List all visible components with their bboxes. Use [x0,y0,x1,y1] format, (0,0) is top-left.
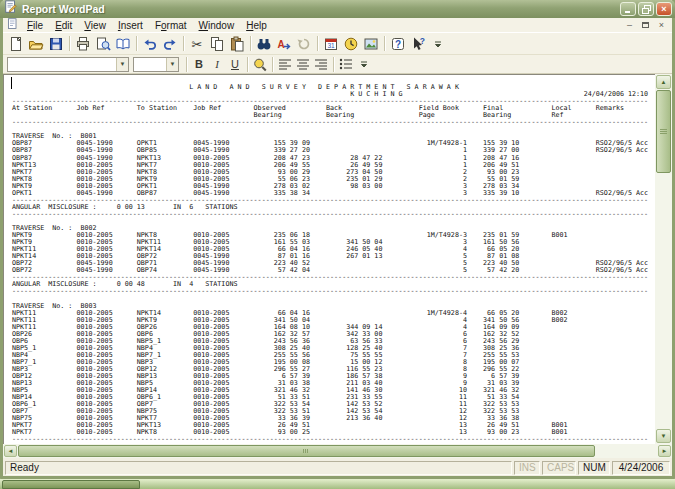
standard-toolbar: ✂A31?? [3,33,672,55]
horizontal-scrollbar[interactable]: ◄ ► [3,444,672,458]
find-next-button[interactable]: A [274,34,294,53]
menu-item-window[interactable]: Window [193,19,241,32]
book-button[interactable] [113,34,133,53]
scroll-right-arrow-icon[interactable]: ► [658,445,671,457]
chevron-down-icon[interactable]: ▼ [166,58,178,71]
titlebar[interactable]: Report WordPad × [0,0,675,18]
cut-icon: ✂ [189,36,205,52]
svg-text:31: 31 [327,42,335,49]
italic-label: I [215,58,219,70]
align-left-icon [277,56,293,72]
paste-button[interactable] [227,34,247,53]
redo-button[interactable] [160,34,180,53]
horizontal-scroll-thumb[interactable] [18,445,595,457]
document-text[interactable]: L A N D A N D S U R V E Y D E P A R T M … [4,75,655,443]
taskbar [0,479,675,489]
italic-button[interactable]: I [208,56,226,72]
paste-icon [229,36,245,52]
copy-button[interactable] [207,34,227,53]
scroll-left-arrow-icon[interactable]: ◄ [4,445,17,457]
wordpad-window: Report WordPad × FileEditViewInsertForma… [0,0,675,479]
help-button[interactable]: ? [388,34,408,53]
redo-icon [162,36,178,52]
bullets-icon [338,56,354,72]
find-button[interactable] [254,34,274,53]
print-preview-icon [95,36,111,52]
menu-item-view[interactable]: View [78,19,112,32]
open-button[interactable] [26,34,46,53]
align-left-button[interactable] [276,56,294,72]
taskbar-button[interactable] [2,480,140,489]
underline-label: U [231,58,239,70]
size-combo[interactable]: ▼ [133,57,179,72]
menu-item-insert[interactable]: Insert [112,19,149,32]
size-combo-value[interactable] [134,58,166,71]
status-caps: CAPS [542,461,576,475]
overflow-button[interactable] [355,56,373,72]
print-icon [75,36,91,52]
insert-picture-button[interactable] [361,34,381,53]
font-combo[interactable]: ▼ [7,57,129,72]
minimize-button[interactable] [620,2,636,16]
context-help-button[interactable]: ? [408,34,428,53]
child-restore-button[interactable] [639,20,652,31]
overflow-button[interactable] [428,34,448,53]
undo-button[interactable] [140,34,160,53]
new-button[interactable] [6,34,26,53]
document-area: L A N D A N D S U R V E Y D E P A R T M … [3,74,672,458]
print-button[interactable] [73,34,93,53]
toolbar-separator [69,36,70,51]
close-button[interactable]: × [656,2,672,16]
menu-item-edit[interactable]: Edit [49,19,78,32]
save-button[interactable] [46,34,66,53]
refresh-button[interactable] [294,34,314,53]
color-icon [252,56,268,72]
toolbar-separator [183,36,184,51]
book-icon [115,36,131,52]
toolbar-separator [186,57,187,72]
menu-item-help[interactable]: Help [240,19,273,32]
align-center-icon [295,56,311,72]
underline-button[interactable]: U [226,56,244,72]
format-toolbar: ▼▼BIU [3,55,672,74]
scroll-down-arrow-icon[interactable]: ▼ [656,429,671,443]
scroll-up-arrow-icon[interactable]: ▲ [656,75,671,89]
bold-button[interactable]: B [190,56,208,72]
mdi-controls: – × [623,20,670,31]
svg-text:✂: ✂ [192,37,203,52]
font-combo-value[interactable] [8,58,116,71]
context-help-icon: ? [410,36,426,52]
insert-picture-icon [363,36,379,52]
vertical-scrollbar[interactable]: ▲ ▼ [655,74,672,444]
svg-text:?: ? [420,36,425,46]
toolbar-separator [250,36,251,51]
bullets-button[interactable] [337,56,355,72]
svg-text:?: ? [395,39,401,50]
menu-item-format[interactable]: Format [149,19,193,32]
undo-icon [142,36,158,52]
align-center-button[interactable] [294,56,312,72]
menubar: FileEditViewInsertFormatWindowHelp – × [3,18,672,33]
save-icon [48,36,64,52]
insert-date-button[interactable]: 31 [321,34,341,53]
color-button[interactable] [251,56,269,72]
cut-button[interactable]: ✂ [187,34,207,53]
child-minimize-button[interactable]: – [623,20,636,31]
document-system-icon[interactable] [7,18,19,32]
new-icon [8,36,24,52]
menu-items: FileEditViewInsertFormatWindowHelp [21,19,273,32]
align-right-button[interactable] [312,56,330,72]
vertical-scroll-thumb[interactable] [656,90,671,173]
text-caret [11,77,12,89]
print-preview-button[interactable] [93,34,113,53]
svg-text:A: A [277,38,284,49]
toolbar-separator [384,36,385,51]
menu-item-file[interactable]: File [21,19,49,32]
restore-button[interactable] [638,2,654,16]
chevron-down-icon[interactable]: ▼ [116,58,128,71]
statusbar: Ready INS CAPS NUM 4/24/2006 [3,460,672,476]
child-close-button[interactable]: × [655,20,668,31]
open-icon [28,36,44,52]
insert-time-button[interactable] [341,34,361,53]
bold-label: B [195,58,203,70]
